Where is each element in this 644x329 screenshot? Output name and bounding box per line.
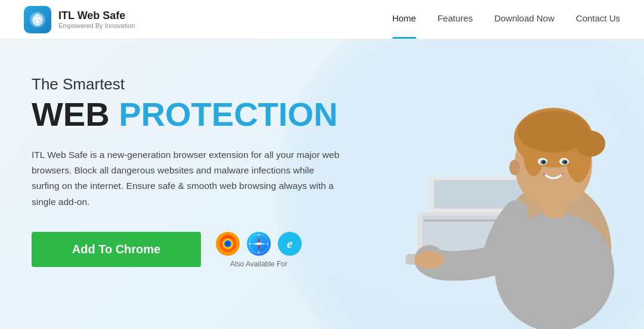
hero-image [298, 39, 644, 329]
firefox-icon[interactable] [215, 231, 240, 256]
hero-description: ITL Web Safe is a new-generation browser… [32, 147, 342, 210]
logo-area: ITL Web Safe Empowered By Innovation [24, 6, 135, 33]
hero-title: WEB PROTECTION [32, 96, 342, 133]
browser-icons-group: e Also Available For [215, 231, 302, 268]
svg-point-22 [543, 161, 546, 164]
svg-point-17 [575, 131, 605, 157]
nav-item-home[interactable]: Home [392, 13, 416, 26]
svg-point-25 [414, 251, 444, 269]
browser-icons: e [215, 231, 302, 256]
nav-item-download[interactable]: Download Now [494, 13, 555, 26]
svg-point-35 [258, 242, 261, 245]
logo-subtitle: Empowered By Innovation [58, 22, 135, 29]
svg-point-23 [564, 161, 567, 164]
hero-subtitle: The Smartest [32, 75, 342, 94]
svg-text:e: e [287, 236, 293, 251]
hero-title-web: WEB [32, 95, 110, 133]
safari-icon[interactable] [246, 231, 271, 256]
hero-content: The Smartest WEB PROTECTION ITL Web Safe… [32, 75, 342, 268]
main-nav: Home Features Download Now Contact Us [392, 13, 620, 26]
svg-point-24 [509, 160, 520, 175]
logo-title: ITL Web Safe [58, 10, 135, 22]
add-to-chrome-button[interactable]: Add To Chrome [32, 232, 201, 267]
svg-point-1 [36, 20, 39, 23]
header: ITL Web Safe Empowered By Innovation Hom… [0, 0, 644, 39]
svg-point-30 [226, 241, 230, 246]
cta-row: Add To Chrome [32, 231, 342, 268]
hero-title-protection: PROTECTION [119, 95, 338, 133]
ie-icon[interactable]: e [277, 231, 302, 256]
also-available-label: Also Available For [230, 260, 287, 268]
hero-section: The Smartest WEB PROTECTION ITL Web Safe… [0, 39, 644, 329]
logo-text: ITL Web Safe Empowered By Innovation [58, 10, 135, 29]
nav-item-contact[interactable]: Contact Us [576, 13, 620, 26]
nav-item-features[interactable]: Features [438, 13, 473, 26]
logo-icon [24, 6, 51, 33]
